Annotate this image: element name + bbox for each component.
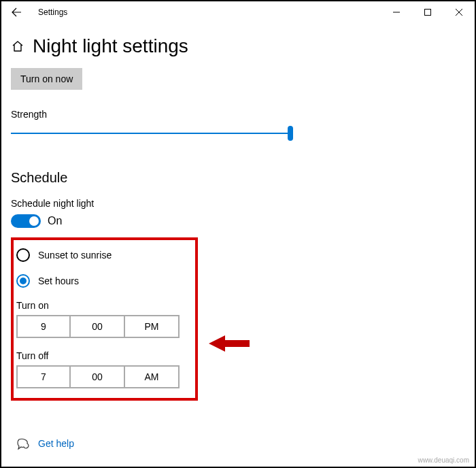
maximize-icon [424, 9, 431, 16]
turn-on-ampm[interactable]: PM [125, 315, 180, 338]
arrow-left-icon [11, 7, 22, 18]
svg-rect-0 [425, 10, 431, 16]
radio-icon [16, 248, 30, 262]
turn-on-now-button[interactable]: Turn on now [11, 68, 82, 90]
strength-label: Strength [11, 109, 466, 120]
annotation-highlight-box: Sunset to sunrise Set hours Turn on 9 00… [11, 237, 198, 401]
radio-icon-selected [16, 274, 30, 288]
schedule-heading: Schedule [11, 170, 466, 186]
minimize-button[interactable] [381, 1, 412, 23]
home-icon[interactable] [11, 39, 24, 53]
turn-off-hour[interactable]: 7 [16, 365, 71, 388]
turn-on-time-picker: 9 00 PM [16, 315, 190, 338]
page-title: Night light settings [33, 35, 188, 57]
radio-sunset-to-sunrise[interactable]: Sunset to sunrise [16, 248, 190, 262]
turn-on-label: Turn on [16, 300, 190, 311]
slider-thumb[interactable] [288, 126, 293, 141]
turn-off-ampm[interactable]: AM [125, 365, 180, 388]
turn-on-hour[interactable]: 9 [16, 315, 71, 338]
watermark: www.deuaqi.com [418, 456, 469, 464]
annotation-arrow [209, 333, 250, 354]
turn-off-time-picker: 7 00 AM [16, 365, 190, 388]
maximize-button[interactable] [412, 1, 443, 23]
turn-off-label: Turn off [16, 350, 190, 361]
slider-track-line [11, 133, 293, 134]
toggle-state-text: On [48, 215, 62, 227]
minimize-icon [393, 9, 400, 16]
app-title: Settings [38, 7, 67, 17]
svg-marker-1 [209, 335, 250, 352]
close-icon [456, 9, 462, 16]
turn-off-minute[interactable]: 00 [71, 365, 125, 388]
help-icon [16, 437, 30, 450]
schedule-toggle-label: Schedule night light [11, 198, 466, 209]
strength-slider[interactable] [11, 125, 293, 141]
schedule-toggle[interactable] [11, 214, 41, 228]
close-button[interactable] [443, 1, 475, 23]
get-help-link[interactable]: Get help [38, 438, 74, 449]
radio-label: Set hours [38, 275, 79, 286]
radio-label: Sunset to sunrise [38, 250, 112, 261]
back-button[interactable] [7, 3, 26, 22]
radio-set-hours[interactable]: Set hours [16, 274, 190, 288]
toggle-knob [29, 216, 39, 226]
turn-on-minute[interactable]: 00 [71, 315, 125, 338]
